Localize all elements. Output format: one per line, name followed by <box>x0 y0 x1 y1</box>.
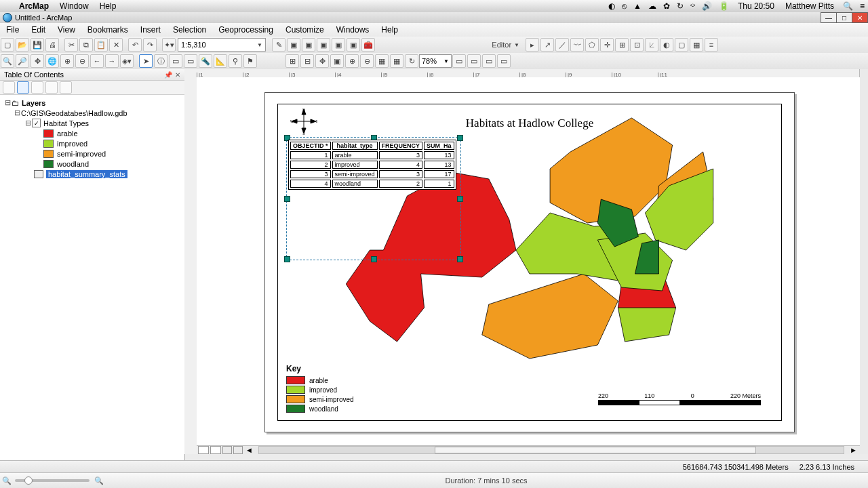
menu-icon[interactable]: ≡ <box>856 1 868 11</box>
chevron-down-icon[interactable]: ▼ <box>513 42 521 48</box>
editor-tool[interactable]: ⟀ <box>645 38 658 52</box>
menu-insert[interactable]: Insert <box>134 25 167 35</box>
toolbar-button[interactable]: ▣ <box>302 38 315 52</box>
pin-icon[interactable]: 📌 <box>164 71 172 79</box>
copy-button[interactable]: ⧉ <box>79 38 93 52</box>
cut-button[interactable]: ✂ <box>64 38 78 52</box>
editor-label[interactable]: Editor <box>490 41 513 49</box>
find-button[interactable]: 🔦 <box>199 54 212 68</box>
data-view-tab[interactable] <box>198 446 209 454</box>
layout-tool[interactable]: ▦ <box>390 54 403 68</box>
menu-selection[interactable]: Selection <box>167 25 212 35</box>
layout-tool[interactable]: ⊖ <box>360 54 374 68</box>
refresh-button[interactable] <box>222 446 232 454</box>
editor-tool[interactable]: ▸ <box>526 38 539 52</box>
toolbar-button[interactable]: ▣ <box>287 38 300 52</box>
scale-combo[interactable]: 1:5,310 ▼ <box>178 38 266 52</box>
menu-customize[interactable]: Customize <box>279 25 330 35</box>
select-elements-button[interactable]: ➤ <box>139 54 153 68</box>
toolbar-button[interactable]: ▭ <box>184 54 197 68</box>
volume-icon[interactable]: 🔊 <box>698 1 715 11</box>
measure-button[interactable]: 📐 <box>214 54 227 68</box>
forward-button[interactable]: → <box>105 54 119 68</box>
layout-tool[interactable]: ▭ <box>482 54 496 68</box>
col-sum-ha[interactable]: SUM_Ha <box>424 142 454 150</box>
menu-file[interactable]: File <box>0 25 25 35</box>
layout-tool[interactable]: ↻ <box>405 54 418 68</box>
legend-label[interactable]: improved <box>57 140 87 148</box>
layout-tool[interactable]: ⊕ <box>345 54 359 68</box>
editor-tool[interactable]: ↗ <box>540 38 554 52</box>
fixed-zoom-in[interactable]: ⊕ <box>60 54 74 68</box>
menu-edit[interactable]: Edit <box>25 25 52 35</box>
toolbar-button[interactable]: ▭ <box>169 54 182 68</box>
mac-menu-window[interactable]: Window <box>54 1 94 11</box>
user-name[interactable]: Matthew Pitts <box>780 1 840 11</box>
map-legend[interactable]: Key arable improved semi-improved woodla… <box>286 364 354 413</box>
open-button[interactable]: 📂 <box>16 38 29 52</box>
editor-tool[interactable]: ／ <box>555 38 569 52</box>
group-layer[interactable]: Habitat Types <box>43 119 89 127</box>
toolbar-button[interactable]: ⚲ <box>229 54 242 68</box>
scroll-left-icon[interactable]: ◄ <box>243 446 256 454</box>
undo-button[interactable]: ↶ <box>128 38 142 52</box>
menubar-icon[interactable]: ▲ <box>630 1 645 11</box>
gdb-node[interactable]: C:\GIS\Geodatabes\Hadlow.gdb <box>21 109 127 117</box>
editor-tool[interactable]: ⊡ <box>630 38 644 52</box>
add-data-button[interactable]: ✦▾ <box>162 38 176 52</box>
legend-label[interactable]: woodland <box>57 160 89 168</box>
toolbox-button[interactable]: 🧰 <box>361 38 375 52</box>
zoom-in-icon[interactable]: 🔍 <box>92 476 104 485</box>
col-frequency[interactable]: FREQUENCY <box>379 142 423 150</box>
editor-tool[interactable]: ▦ <box>690 38 703 52</box>
editor-tool[interactable]: 〰 <box>570 38 584 52</box>
delete-button[interactable]: ✕ <box>109 38 123 52</box>
horizontal-scrollbar[interactable] <box>258 446 844 454</box>
menu-windows[interactable]: Windows <box>330 25 376 35</box>
redo-button[interactable]: ↷ <box>143 38 157 52</box>
col-habitat-type[interactable]: habitat_type <box>332 142 378 150</box>
editor-tool[interactable]: ≡ <box>705 38 718 52</box>
zoom-out-icon[interactable]: 🔍 <box>0 476 12 485</box>
search-icon[interactable]: 🔍 <box>840 1 856 11</box>
pause-button[interactable] <box>233 446 243 454</box>
identify-button[interactable]: ⓘ <box>154 54 167 68</box>
mac-menubar[interactable]: ArcMap Window Help ◐ ⎋ ▲ ☁ ✿ ↻ ⌔ 🔊 🔋 Thu… <box>0 0 868 13</box>
menubar-icon[interactable]: ✿ <box>660 1 673 11</box>
data-frame[interactable]: Habitats at Hadlow College N E S W <box>277 104 782 421</box>
zoom-slider[interactable] <box>15 479 90 482</box>
col-objectid[interactable]: OBJECTID * <box>290 142 331 150</box>
zoom-in-button[interactable]: 🔍 <box>1 54 14 68</box>
layout-tool[interactable]: ⊟ <box>300 54 314 68</box>
layout-tool[interactable]: ✥ <box>315 54 329 68</box>
scale-bar[interactable]: 220 110 0 220 Meters <box>598 392 761 405</box>
toolbar-button[interactable]: ⚑ <box>243 54 257 68</box>
menu-help[interactable]: Help <box>375 25 404 35</box>
toolbar-button[interactable]: ▣ <box>332 38 345 52</box>
editor-tool[interactable]: ✛ <box>600 38 614 52</box>
new-button[interactable]: ▢ <box>1 38 14 52</box>
print-button[interactable]: 🖨 <box>45 38 59 52</box>
close-icon[interactable]: ✕ <box>175 71 180 79</box>
editor-tool[interactable]: ▢ <box>675 38 688 52</box>
pan-button[interactable]: ✥ <box>31 54 44 68</box>
mac-menu-help[interactable]: Help <box>94 1 122 11</box>
editor-tool[interactable]: ◐ <box>660 38 673 52</box>
menubar-icon[interactable]: ⎋ <box>618 1 630 11</box>
layers-node[interactable]: Layers <box>22 99 45 107</box>
save-button[interactable]: 💾 <box>31 38 44 52</box>
selected-table[interactable]: habitat_summary_stats <box>46 170 127 178</box>
fixed-zoom-out[interactable]: ⊖ <box>75 54 89 68</box>
layer-checkbox[interactable]: ✓ <box>32 119 41 127</box>
battery-icon[interactable]: 🔋 <box>715 1 732 11</box>
layout-tool[interactable]: ▦ <box>375 54 389 68</box>
maximize-button[interactable]: □ <box>836 12 852 23</box>
full-extent-button[interactable]: 🌐 <box>45 54 59 68</box>
layout-page[interactable]: Habitats at Hadlow College N E S W <box>264 92 795 432</box>
list-by-drawing-order[interactable] <box>3 81 15 94</box>
toolbar-button[interactable]: ▣ <box>317 38 330 52</box>
minimize-button[interactable]: — <box>821 12 837 23</box>
layout-view[interactable]: |1|2|3 |4|5|6 |7|8|9 |10|11 Habitats at … <box>184 69 860 454</box>
zoom-out-button[interactable]: 🔎 <box>16 54 29 68</box>
app-name[interactable]: ArcMap <box>14 1 54 11</box>
